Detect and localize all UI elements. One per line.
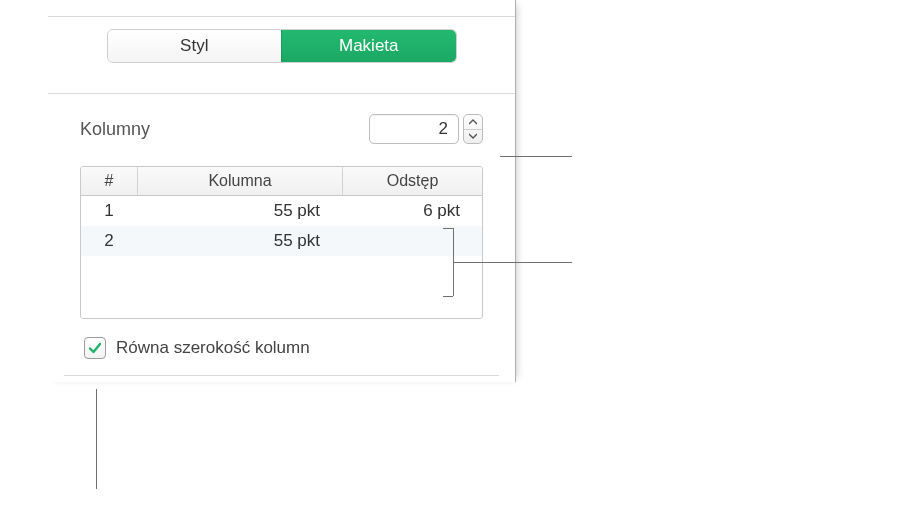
- columns-row: Kolumny: [48, 94, 515, 144]
- callout-line: [96, 389, 97, 489]
- table-empty-space: [81, 256, 482, 318]
- callout-line: [443, 296, 453, 297]
- cell-num: 1: [81, 196, 137, 226]
- cell-kolumna: 55 pkt: [137, 196, 342, 226]
- chevron-up-icon: [469, 119, 477, 125]
- equal-width-label: Równa szerokość kolumn: [116, 338, 310, 358]
- tab-layout[interactable]: Makieta: [281, 30, 456, 62]
- equal-width-row: Równa szerokość kolumn: [48, 319, 515, 359]
- tab-style[interactable]: Styl: [108, 30, 282, 62]
- columns-stepper: [463, 114, 483, 144]
- table-row[interactable]: 1 55 pkt 6 pkt: [81, 196, 482, 226]
- callout-line: [443, 228, 453, 229]
- table-header: # Kolumna Odstęp: [81, 167, 482, 196]
- stepper-up[interactable]: [464, 115, 482, 129]
- check-icon: [88, 341, 102, 355]
- callout-line: [500, 156, 572, 157]
- columns-stepper-group: [369, 114, 483, 144]
- divider: [64, 375, 499, 376]
- cell-kolumna: 55 pkt: [137, 226, 342, 256]
- columns-input[interactable]: [369, 114, 459, 144]
- inspector-panel: Styl Makieta Kolumny # Kolumna Odstęp: [48, 0, 516, 382]
- column-header-kolumna[interactable]: Kolumna: [137, 167, 342, 195]
- divider: [48, 16, 515, 17]
- columns-label: Kolumny: [80, 119, 150, 140]
- stepper-down[interactable]: [464, 129, 482, 144]
- columns-table: # Kolumna Odstęp 1 55 pkt 6 pkt 2 55 pkt: [80, 166, 483, 319]
- cell-odstep: [342, 226, 482, 256]
- cell-odstep: 6 pkt: [342, 196, 482, 226]
- chevron-down-icon: [469, 133, 477, 139]
- table-row[interactable]: 2 55 pkt: [81, 226, 482, 256]
- column-header-num[interactable]: #: [81, 167, 137, 195]
- equal-width-checkbox[interactable]: [84, 337, 106, 359]
- column-header-odstep[interactable]: Odstęp: [342, 167, 482, 195]
- table-body: 1 55 pkt 6 pkt 2 55 pkt: [81, 196, 482, 318]
- segmented-control: Styl Makieta: [107, 29, 457, 63]
- callout-line: [453, 262, 572, 263]
- cell-num: 2: [81, 226, 137, 256]
